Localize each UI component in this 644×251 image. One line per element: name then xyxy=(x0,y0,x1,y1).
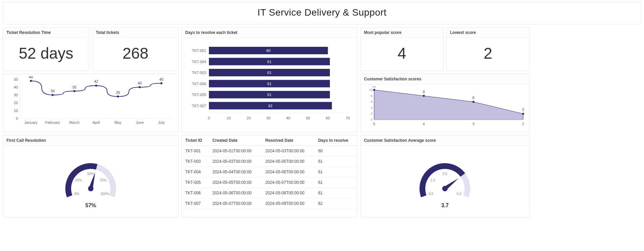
svg-text:35: 35 xyxy=(72,85,77,89)
svg-text:0%: 0% xyxy=(74,192,79,196)
kpi-resolution-time: Ticket Resolution Time 52 days xyxy=(3,27,89,71)
svg-text:4: 4 xyxy=(371,106,372,110)
svg-text:10: 10 xyxy=(372,86,376,88)
chart-title: First Call Resolution xyxy=(3,135,178,146)
svg-point-71 xyxy=(522,113,524,115)
col-left-top: Ticket Resolution Time 52 days Total tic… xyxy=(3,27,179,132)
svg-point-26 xyxy=(160,82,163,84)
svg-text:60: 60 xyxy=(266,49,271,53)
svg-point-14 xyxy=(73,90,76,92)
svg-text:45: 45 xyxy=(159,77,164,81)
svg-text:6: 6 xyxy=(371,100,372,103)
svg-text:July: July xyxy=(158,120,165,124)
svg-text:January: January xyxy=(24,120,38,124)
svg-text:61: 61 xyxy=(267,93,272,97)
svg-text:40: 40 xyxy=(137,81,142,85)
kpi-title: Lowest score xyxy=(447,27,529,38)
svg-text:0: 0 xyxy=(371,118,372,121)
kpi-title: Ticket Resolution Time xyxy=(3,27,89,38)
svg-text:100%: 100% xyxy=(101,192,109,196)
svg-text:25%: 25% xyxy=(75,178,82,182)
kpi-total-tickets: Total tickets 268 xyxy=(92,27,179,71)
kpi-value: 4 xyxy=(361,38,443,71)
svg-text:4: 4 xyxy=(423,122,425,126)
table-row: TKT-0012024-05-01T00:00:002024-05-03T00:… xyxy=(182,146,357,156)
svg-text:48: 48 xyxy=(29,76,33,79)
svg-point-80 xyxy=(88,186,93,191)
svg-text:TKT-004: TKT-004 xyxy=(192,60,206,64)
tickets-table: Ticket IDCreated DateResolved DateDays t… xyxy=(181,135,358,217)
svg-text:70: 70 xyxy=(346,116,350,120)
table-row: TKT-0032024-05-03T00:00:002024-05-05T00:… xyxy=(182,156,357,167)
svg-text:20: 20 xyxy=(14,101,18,105)
svg-text:30: 30 xyxy=(14,93,18,97)
svg-text:February: February xyxy=(45,120,60,124)
kpi-value: 268 xyxy=(92,38,178,71)
svg-text:8: 8 xyxy=(423,90,425,94)
chart-title: Days to resolve each ticket xyxy=(182,27,357,38)
chart-title: Customer Satisfaction Average score xyxy=(361,135,529,146)
kpi-title: Most popular score xyxy=(361,27,443,38)
svg-point-65 xyxy=(423,95,425,97)
dashboard-grid: Ticket Resolution Time 52 days Total tic… xyxy=(3,27,641,217)
svg-text:50%: 50% xyxy=(87,172,94,176)
svg-text:May: May xyxy=(114,120,122,124)
svg-text:0: 0 xyxy=(208,116,210,120)
svg-text:2.5: 2.5 xyxy=(443,172,447,176)
svg-text:40: 40 xyxy=(14,85,18,89)
svg-text:3: 3 xyxy=(472,122,474,126)
svg-text:5: 5 xyxy=(373,122,375,126)
svg-text:TKT-001: TKT-001 xyxy=(192,49,206,53)
svg-text:10: 10 xyxy=(14,109,18,113)
chart-satisfaction-area: Customer Satisfaction scores 02468101058… xyxy=(360,74,530,132)
svg-point-20 xyxy=(117,96,119,98)
svg-point-86 xyxy=(442,186,448,191)
svg-point-23 xyxy=(139,86,141,88)
svg-text:2: 2 xyxy=(522,122,524,126)
svg-text:30: 30 xyxy=(266,116,271,120)
chart-monthly-line: 0102030405048January30February35March42A… xyxy=(3,74,179,132)
svg-text:61: 61 xyxy=(267,60,272,64)
kpi-lowest-score: Lowest score 2 xyxy=(446,27,530,71)
svg-point-62 xyxy=(373,89,375,91)
svg-text:TKT-003: TKT-003 xyxy=(192,71,206,75)
kpi-value: 52 days xyxy=(3,38,89,71)
table-row: TKT-0062024-05-06T00:00:002024-05-08T00:… xyxy=(182,188,357,198)
svg-text:50: 50 xyxy=(306,116,310,120)
table-header: Ticket ID xyxy=(182,135,209,146)
svg-text:1.3: 1.3 xyxy=(430,178,435,182)
svg-text:2: 2 xyxy=(371,112,372,115)
table-header: Created Date xyxy=(209,135,262,146)
table-row: TKT-0072024-05-07T00:00:002024-05-09T00:… xyxy=(182,198,357,209)
table-row: TKT-0052024-05-05T00:00:002024-05-07T00:… xyxy=(182,177,357,188)
svg-text:6: 6 xyxy=(472,96,474,100)
svg-point-17 xyxy=(95,84,97,86)
svg-text:8: 8 xyxy=(371,94,372,98)
kpi-value: 2 xyxy=(447,38,529,71)
svg-text:61: 61 xyxy=(267,71,272,75)
svg-text:TKT-007: TKT-007 xyxy=(192,104,206,108)
svg-text:March: March xyxy=(69,120,80,124)
svg-text:3.7: 3.7 xyxy=(441,202,449,208)
svg-text:50: 50 xyxy=(14,77,18,81)
kpi-popular-score: Most popular score 4 xyxy=(360,27,444,71)
table-row: TKT-0042024-05-04T00:00:002024-05-06T00:… xyxy=(182,167,357,177)
svg-text:40: 40 xyxy=(286,116,290,120)
svg-text:TKT-006: TKT-006 xyxy=(192,82,206,86)
chart-avg-score-gauge: Customer Satisfaction Average score 0.01… xyxy=(360,135,530,217)
svg-text:April: April xyxy=(92,120,100,124)
svg-text:5.0: 5.0 xyxy=(456,192,461,196)
svg-text:57%: 57% xyxy=(85,202,96,208)
svg-text:0.0: 0.0 xyxy=(429,192,433,196)
table-header: Days to resolve xyxy=(315,135,357,146)
table: Ticket IDCreated DateResolved DateDays t… xyxy=(182,135,357,209)
svg-text:20: 20 xyxy=(246,116,251,120)
svg-text:42: 42 xyxy=(94,79,98,83)
svg-text:June: June xyxy=(136,120,144,124)
col-right-top: Most popular score 4 Lowest score 2 Cust… xyxy=(360,27,530,132)
svg-text:75%: 75% xyxy=(100,178,106,182)
svg-text:60: 60 xyxy=(326,116,330,120)
svg-point-11 xyxy=(51,94,53,96)
table-header: Resolved Date xyxy=(262,135,315,146)
svg-text:62: 62 xyxy=(268,104,272,108)
